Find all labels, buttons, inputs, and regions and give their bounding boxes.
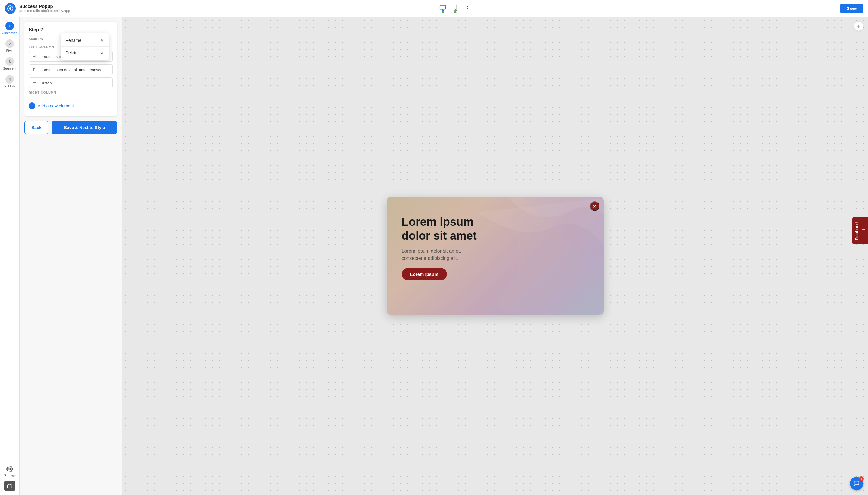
step-header: Step 2 ⋮ — [29, 26, 113, 34]
step-more-btn[interactable]: ⋮ — [104, 26, 113, 34]
rename-menu-item[interactable]: Rename ✎ — [60, 35, 109, 46]
customize-panel: Rename ✎ Delete ✕ Step 2 ⋮ Main Po... LE… — [20, 17, 122, 248]
sidebar-label-customize: Customize — [2, 31, 17, 35]
sidebar-item-customize[interactable]: 1 Customize — [0, 19, 19, 37]
header-title: Success Popup — [19, 4, 70, 9]
context-menu: Rename ✎ Delete ✕ — [60, 33, 109, 60]
add-circle-icon: + — [29, 102, 35, 109]
step-3-circle: 3 — [5, 57, 14, 66]
header-url: poetic-muffin-cbc3ee.netlify.app — [19, 9, 70, 13]
button-element-text: Button — [40, 81, 52, 85]
step-title: Step 2 — [29, 27, 43, 33]
step-1-circle: 1 — [5, 22, 14, 30]
sidebar-label-publish: Publish — [4, 84, 15, 88]
popup-heading-line2: dolor sit amet — [402, 229, 434, 242]
preview-area: + ✕ Lorem ipsum dolor sit amet Lorem ips… — [122, 17, 434, 248]
header: Success Popup poetic-muffin-cbc3ee.netli… — [0, 0, 434, 17]
popup-heading: Lorem ipsum dolor sit amet — [402, 215, 434, 243]
app-logo — [5, 3, 16, 14]
popup-content: Lorem ipsum dolor sit amet Lorem ipsum d… — [387, 197, 434, 248]
button-element-row[interactable]: ▭ Button — [29, 78, 113, 88]
popup-card: ✕ Lorem ipsum dolor sit amet Lorem ipsum… — [387, 197, 434, 248]
heading-icon: H — [33, 54, 37, 59]
delete-menu-item[interactable]: Delete ✕ — [60, 47, 109, 58]
close-icon: ✕ — [100, 50, 104, 55]
sidebar-label-segment: Segment — [3, 67, 16, 70]
sidebar-label-style: Style — [6, 49, 13, 52]
text-element-row[interactable]: T Lorem ipsum dolor sit amet, consec... — [29, 64, 113, 75]
add-element-label: Add a new element — [38, 103, 74, 108]
right-column-label: RIGHT COLUMN — [29, 91, 113, 95]
sidebar-item-segment[interactable]: 3 Segment — [0, 55, 19, 73]
column-divider — [29, 97, 113, 97]
step-4-circle: 4 — [5, 75, 14, 84]
add-element-btn[interactable]: + Add a new element — [29, 100, 113, 112]
sidebar-item-style[interactable]: 2 Style — [0, 37, 19, 55]
back-button[interactable]: Back — [24, 121, 48, 134]
bottom-buttons: Back Save & Next to Style — [24, 121, 117, 134]
header-left: Success Popup poetic-muffin-cbc3ee.netli… — [5, 3, 70, 14]
button-icon: ▭ — [33, 81, 37, 85]
svg-point-1 — [9, 7, 12, 10]
sidebar: 1 Customize 2 Style 3 Segment 4 Publish … — [0, 17, 20, 248]
text-icon: T — [33, 67, 37, 72]
preview-canvas: + ✕ Lorem ipsum dolor sit amet Lorem ips… — [122, 17, 434, 248]
step-2-card: Rename ✎ Delete ✕ Step 2 ⋮ Main Po... LE… — [24, 22, 117, 116]
save-next-button[interactable]: Save & Next to Style — [52, 121, 117, 134]
sidebar-item-publish[interactable]: 4 Publish — [0, 73, 19, 90]
popup-heading-line1: Lorem ipsum — [402, 216, 434, 228]
text-element-text: Lorem ipsum dolor sit amet, consec... — [40, 68, 105, 72]
edit-icon: ✎ — [100, 38, 104, 43]
step-2-circle: 2 — [5, 39, 14, 48]
